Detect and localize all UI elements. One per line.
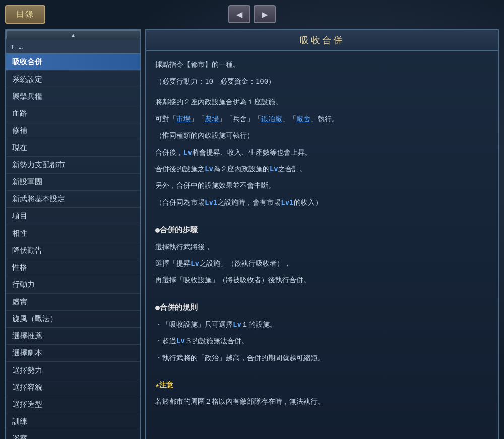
content-paragraph: 將鄰接的２座內政設施合併為１座設施。 [155,96,489,108]
content-span: 可對「 [155,115,176,123]
content-span: Lv [176,337,185,345]
sidebar-item[interactable]: 現在 [6,139,140,157]
content-paragraph: （惟同種類的內政設施可執行） [155,129,489,142]
content-span: Lv [191,259,199,267]
nav-forward-button[interactable]: ▶ [254,5,276,23]
sidebar-item[interactable]: 旋風（戰法） [6,311,140,328]
content-span[interactable]: 鍛冶廠 [261,115,282,123]
content-paragraph: ・「吸收設施」只可選擇Lv１的設施。 [155,318,489,331]
content-paragraph: ●合併的規則 [155,301,489,314]
content-span[interactable]: 農場 [205,115,219,123]
content-span: 」「兵舍」「 [219,115,261,123]
content-paragraph: （必要行動力：10 必要資金：100） [155,75,489,88]
content-span: 」「 [191,115,205,123]
sidebar-item[interactable]: 選擇勢力 [6,362,140,379]
content-span: 為２座內政設施的 [213,165,270,173]
sidebar-item[interactable]: 選擇劇本 [6,345,140,362]
content-paragraph: 可對「市場」「農場」「兵舍」「鍛冶廠」「廠舍」執行。 [155,113,489,125]
sidebar-item[interactable]: 修補 [6,122,140,139]
scroll-arrow-up[interactable]: ▲ [6,30,140,39]
sidebar-back-item[interactable]: ↑ … [6,39,140,54]
sidebar-item[interactable]: 選擇容貌 [6,379,140,396]
content-span: Lv1 [205,198,217,206]
content-span: 合併後的設施之 [155,165,205,173]
content-span: Lv [205,165,213,173]
content-paragraph: 再選擇「吸收設施」（將被吸收者）後執行合併。 [155,274,489,286]
content-paragraph: 若於都市的周圍２格以內有敵部隊存在時，無法執行。 [155,395,489,408]
content-span: １的設施。 [241,320,277,328]
sidebar-item[interactable]: 降伏勸告 [6,242,140,259]
content-panel: 吸收合併 據點指令【都市】的一種。（必要行動力：10 必要資金：100）將鄰接的… [145,29,499,439]
content-title: 吸收合併 [300,35,344,45]
content-span: Lv [183,148,192,156]
content-span[interactable]: 廠舍 [296,115,310,123]
nav-buttons: ◀ ▶ [228,5,276,23]
content-header: 吸收合併 [146,30,498,51]
content-paragraph: 選擇「提昇Lv之設施」（欲執行吸收者）， [155,257,489,270]
sidebar-item[interactable]: 襲擊兵糧 [6,88,140,105]
toc-button[interactable]: 目錄 [5,5,45,24]
content-paragraph: 據點指令【都市】的一種。 [155,58,489,71]
content-span: 之設施時，會有市場 [217,198,281,206]
sidebar-item[interactable]: 血路 [6,105,140,122]
sidebar-item[interactable]: 選擇推薦 [6,328,140,345]
sidebar-item[interactable]: 吸收合併 [6,54,140,71]
content-paragraph: ●合併的步驟 [155,223,489,237]
content-span: 將會提昇、收入、生產數等也會上昇。 [192,148,312,156]
sidebar: ▲ ↑ … 吸收合併系統設定襲擊兵糧血路修補現在新勢力支配都市新設軍團新武將基本… [5,29,141,439]
content-paragraph: 合併後的設施之Lv為２座內政設施的Lv之合計。 [155,163,489,175]
content-paragraph: 合併後，Lv將會提昇、收入、生產數等也會上昇。 [155,146,489,159]
content-span: ・「吸收設施」只可選擇 [155,320,233,328]
content-span: 之設施」（欲執行吸收者）， [199,259,291,267]
sidebar-item[interactable]: 巡察 [6,430,140,439]
sidebar-item[interactable]: 虛實 [6,294,140,311]
content-span: 」執行。 [310,115,339,123]
content-span: 的收入） [294,198,322,206]
sidebar-item[interactable]: 項目 [6,208,140,225]
content-area: ▲ ↑ … 吸收合併系統設定襲擊兵糧血路修補現在新勢力支配都市新設軍團新武將基本… [5,29,499,439]
sidebar-item[interactable]: 選擇造型 [6,396,140,413]
sidebar-item[interactable]: 相性 [6,225,140,242]
content-paragraph: ・執行武將的「政治」越高，合併的期間就越可縮短。 [155,352,489,364]
content-body: 據點指令【都市】的一種。（必要行動力：10 必要資金：100）將鄰接的２座內政設… [146,51,498,439]
content-span: 合併後， [155,148,183,156]
content-paragraph: （合併同為市場Lv1之設施時，會有市場Lv1的收入） [155,196,489,209]
content-span[interactable]: 市場 [176,115,191,123]
sidebar-item[interactable]: 新武將基本設定 [6,191,140,208]
sidebar-item[interactable]: 新設軍團 [6,174,140,191]
content-paragraph: 另外，合併中的設施效果並不會中斷。 [155,179,489,192]
content-paragraph: 選擇執行武將後， [155,241,489,253]
content-span: Lv [233,320,241,328]
sidebar-item[interactable]: 行動力 [6,276,140,294]
content-paragraph: ・超過Lv３的設施無法合併。 [155,335,489,347]
sidebar-item[interactable]: 新勢力支配都市 [6,157,140,174]
sidebar-item[interactable]: 系統設定 [6,71,140,88]
content-span: 」「 [282,115,296,123]
sidebar-item[interactable]: 性格 [6,259,140,276]
content-paragraph: ★注意 [155,379,489,391]
header: 目錄 ◀ ▶ [5,5,499,23]
content-span: Lv1 [281,198,293,206]
content-span: ３的設施無法合併。 [185,337,248,345]
sidebar-item[interactable]: 訓練 [6,413,140,430]
content-span: Lv [270,165,278,173]
sidebar-list: 吸收合併系統設定襲擊兵糧血路修補現在新勢力支配都市新設軍團新武將基本設定項目相性… [6,54,140,439]
content-span: 之合計。 [278,165,306,173]
nav-back-button[interactable]: ◀ [228,5,250,23]
content-span: ・超過 [155,337,176,345]
content-span: （合併同為市場 [155,198,205,206]
content-span: 選擇「提昇 [155,259,191,267]
